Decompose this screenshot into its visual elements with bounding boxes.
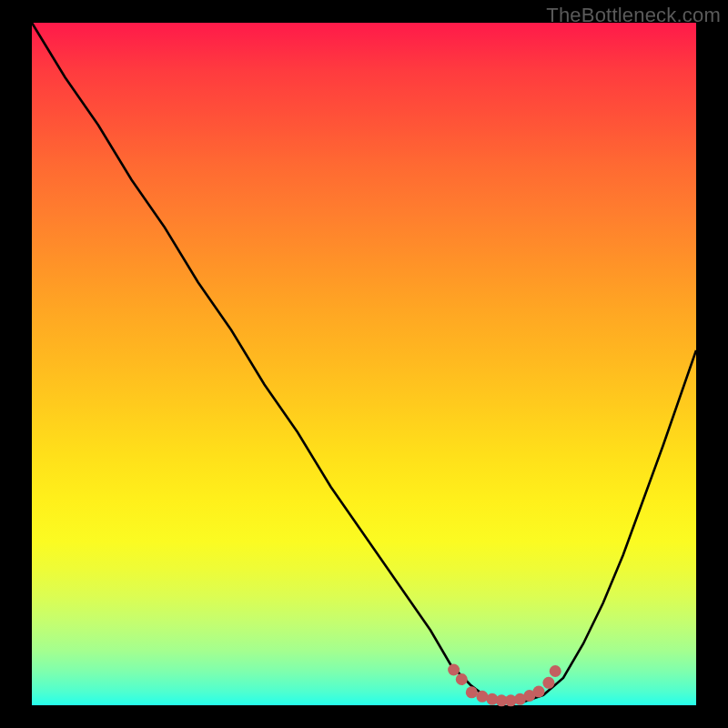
optimal-dot [448,664,460,676]
optimal-dot [466,686,478,698]
chart-container: TheBottleneck.com [0,0,728,728]
watermark-text: TheBottleneck.com [546,4,721,27]
optimal-dot [542,677,554,689]
optimal-dot [550,665,561,677]
plot-area [32,23,696,705]
chart-svg [32,23,696,705]
optimal-dot [476,691,488,703]
optimal-dot [456,673,468,685]
bottleneck-curve-line [32,23,696,702]
optimal-band-dots [448,664,561,707]
optimal-dot [533,686,545,698]
